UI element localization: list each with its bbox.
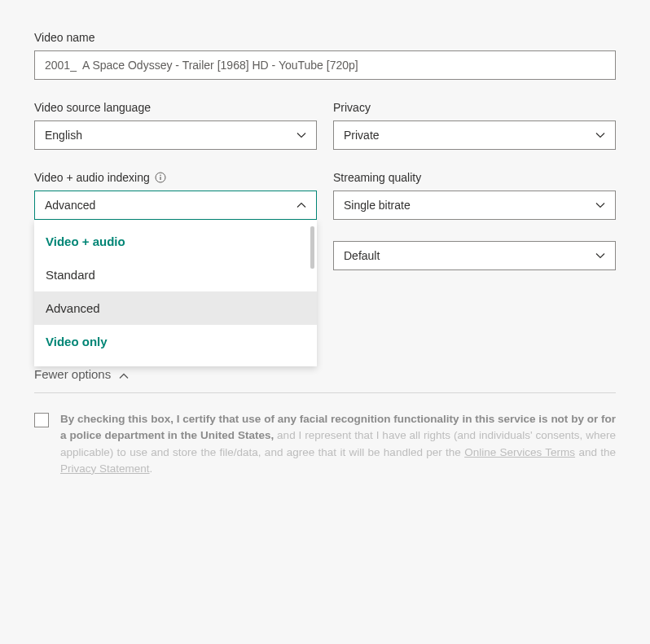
chevron-down-icon — [595, 200, 605, 210]
streaming-field: Streaming quality Single bitrate — [333, 171, 616, 220]
streaming-value: Single bitrate — [344, 199, 411, 212]
online-services-terms-link[interactable]: Online Services Terms — [464, 446, 575, 458]
streaming-label: Streaming quality — [333, 171, 616, 184]
chevron-down-icon — [595, 130, 605, 140]
video-name-label: Video name — [34, 31, 616, 44]
chevron-up-icon — [296, 200, 306, 210]
video-name-input[interactable] — [34, 50, 616, 80]
fewer-options-label: Fewer options — [34, 367, 111, 381]
fewer-options-toggle[interactable]: Fewer options — [34, 367, 616, 393]
svg-rect-2 — [160, 177, 160, 180]
streaming-select[interactable]: Single bitrate — [333, 191, 616, 220]
source-language-value: English — [45, 129, 82, 142]
dropdown-option-standard[interactable]: Standard — [34, 258, 317, 291]
chevron-down-icon — [296, 130, 306, 140]
default-value: Default — [344, 249, 380, 262]
dropdown-header-video-only: Video only — [34, 325, 317, 358]
privacy-label: Privacy — [333, 101, 616, 114]
dropdown-option-advanced[interactable]: Advanced — [34, 291, 317, 325]
svg-point-1 — [160, 174, 161, 176]
consent-rest3: . — [150, 462, 153, 475]
indexing-field: Video + audio indexing Advanced Video + … — [34, 171, 317, 220]
privacy-statement-link[interactable]: Privacy Statement — [60, 462, 150, 475]
indexing-label: Video + audio indexing — [34, 171, 317, 184]
scrollbar[interactable] — [310, 226, 314, 269]
chevron-up-icon — [119, 370, 129, 379]
consent-rest2: and the — [575, 446, 616, 458]
dropdown-header-video-audio: Video + audio — [34, 225, 317, 258]
default-select[interactable]: Default — [333, 241, 616, 270]
indexing-select[interactable]: Advanced — [34, 191, 317, 220]
video-name-field: Video name — [34, 31, 616, 80]
privacy-field: Privacy Private — [333, 101, 616, 150]
chevron-down-icon — [595, 251, 605, 261]
default-field: Default — [333, 241, 616, 270]
indexing-dropdown: Video + audio Standard Advanced Video on… — [34, 220, 317, 366]
consent-text: By checking this box, I certify that use… — [60, 411, 616, 477]
indexing-value: Advanced — [45, 199, 95, 212]
privacy-value: Private — [344, 129, 380, 142]
consent-row: By checking this box, I certify that use… — [34, 411, 616, 477]
info-icon[interactable] — [155, 172, 166, 183]
consent-checkbox[interactable] — [34, 413, 49, 427]
source-language-label: Video source language — [34, 101, 317, 114]
source-language-select[interactable]: English — [34, 120, 317, 150]
source-language-field: Video source language English — [34, 101, 317, 150]
privacy-select[interactable]: Private — [333, 120, 616, 150]
